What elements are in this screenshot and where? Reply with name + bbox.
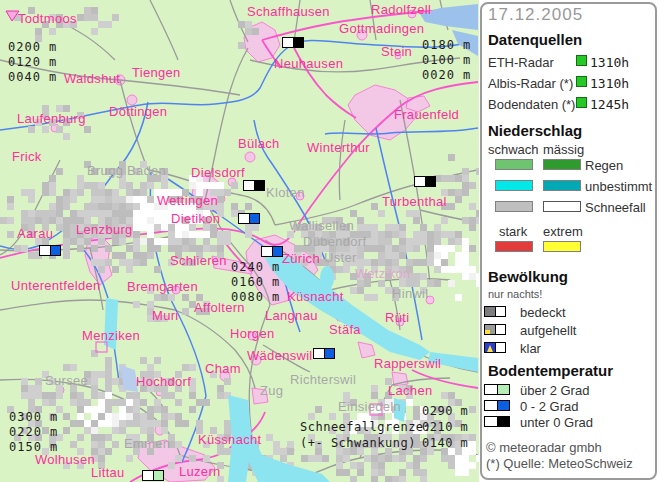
precip-label: Regen xyxy=(585,158,623,173)
city-label-schaffhausen: Schaffhausen xyxy=(247,5,330,18)
city-label-z-rich: Zürich xyxy=(282,252,320,265)
precip-swatch-regen-schwach xyxy=(495,159,533,170)
city-label-b-lach: Bülach xyxy=(238,137,280,150)
extrem-label: extrem xyxy=(543,224,583,239)
city-label-aarau: Aarau xyxy=(17,227,53,240)
city-label-r-ti: Rüti xyxy=(385,311,409,324)
precipitation-map: TodtmoosSchaffhausenRadolfzellGottmading… xyxy=(0,0,479,482)
precip-label: unbestimmt xyxy=(585,179,652,194)
col-schwach: schwach xyxy=(488,142,539,157)
status-square xyxy=(576,76,587,87)
cloud-icon-klar xyxy=(484,342,506,353)
city-label-laufenburg: Laufenburg xyxy=(17,112,86,125)
height-value: 0240 m xyxy=(231,261,280,273)
city-label-bremgarten: Bremgarten xyxy=(127,280,198,293)
snowline-row: Schneefallgrenze:0210 m xyxy=(300,419,468,435)
precip-swatch-extrem xyxy=(543,241,581,252)
city-label-d-bendorf: Dübendorf xyxy=(303,235,366,248)
city-label-lenzburg: Lenzburg xyxy=(76,223,133,236)
city-label-k-ssnacht: Küssnacht xyxy=(198,433,261,446)
source-label: Albis-Radar (*) xyxy=(488,76,573,91)
city-label-hinwil: Hinwil xyxy=(392,287,428,300)
city-label-gottmadingen: Gottmadingen xyxy=(339,22,424,35)
height-value: 0220 m xyxy=(9,426,58,438)
city-label-tiengen: Tiengen xyxy=(132,66,181,79)
height-value: 0180 m xyxy=(422,39,471,51)
source-line: (*) Quelle: MeteoSchweiz xyxy=(486,456,633,471)
city-label-kloten: Kloten xyxy=(266,186,305,199)
station-icon xyxy=(243,180,265,191)
city-label-richterswil: Richterswil xyxy=(290,373,356,386)
bodentemperatur-title: Bodentemperatur xyxy=(488,362,613,379)
snowline-value-bottom: 0140 m xyxy=(422,436,468,450)
station-icon xyxy=(39,245,61,256)
height-value: 0020 m xyxy=(422,69,471,81)
source-label: Bodendaten (*) xyxy=(488,97,575,112)
city-label-littau: Littau xyxy=(91,466,125,479)
source-time: 1310h xyxy=(590,76,629,91)
city-label-wallisellen: Wallisellen xyxy=(289,219,354,232)
city-label-wettingen: Wettingen xyxy=(157,194,218,207)
status-square xyxy=(576,55,587,66)
datenquellen-title: Datenquellen xyxy=(488,31,582,48)
station-icon xyxy=(282,37,304,48)
city-label-hochdorf: Hochdorf xyxy=(136,375,191,388)
city-label-neuhausen: Neuhausen xyxy=(274,57,343,70)
snowline-value-top: 0290 m xyxy=(422,404,468,418)
copyright-line: © meteoradar gmbh xyxy=(486,440,602,455)
snowline-label-mid: Schneefallgrenze: xyxy=(300,419,422,435)
col-maessig: mässig xyxy=(543,142,584,157)
city-label-rapperswil: Rapperswil xyxy=(374,357,441,370)
station-icon xyxy=(261,246,283,257)
bewoelkung-note: nur nachts! xyxy=(488,288,542,300)
city-label-unterentfelden: Unterentfelden xyxy=(11,279,100,292)
height-value: 0150 m xyxy=(9,441,58,453)
city-label-turbenthal: Turbenthal xyxy=(382,195,447,208)
precip-label: Schneefall xyxy=(585,200,646,215)
cloud-icon-bedeckt xyxy=(484,306,506,317)
status-square xyxy=(576,97,587,108)
snowline-label-bottom: (+- Schwankung) xyxy=(300,435,422,451)
stark-label: stark xyxy=(499,224,527,239)
cloud-label: bedeckt xyxy=(520,305,566,320)
height-value: 0120 m xyxy=(8,56,57,68)
precip-swatch-unbestimmt-maessig xyxy=(543,180,581,191)
height-value: 0200 m xyxy=(8,41,57,53)
weather-map-app: TodtmoosSchaffhausenRadolfzellGottmading… xyxy=(0,0,659,482)
soil-icon-unter-0 xyxy=(484,416,510,427)
height-value: 0160 m xyxy=(231,276,280,288)
city-label-menziken: Menziken xyxy=(82,329,140,342)
cloud-icon-aufgehellt xyxy=(484,324,506,335)
source-time: 1245h xyxy=(590,97,629,112)
city-label-w-denswil: Wädenswil xyxy=(247,349,313,362)
station-icon xyxy=(238,213,260,224)
city-label-waldshut: Waldshut xyxy=(64,72,120,85)
city-label-d-ttingen: Döttingen xyxy=(109,105,167,118)
snowline-row: 0290 m xyxy=(300,403,468,419)
station-icon xyxy=(414,176,436,187)
city-label-frick: Frick xyxy=(12,150,42,163)
source-time: 1310h xyxy=(590,55,629,70)
city-label-frauenfeld: Frauenfeld xyxy=(394,108,459,121)
city-label-winterthur: Winterthur xyxy=(307,141,370,154)
city-label-cham: Cham xyxy=(205,362,241,375)
height-value: 0300 m xyxy=(9,411,58,423)
city-label-sursee: Sursee xyxy=(45,374,88,387)
city-label-horgen: Horgen xyxy=(230,327,274,340)
snowline-value-mid: 0210 m xyxy=(422,420,468,434)
city-label-k-snacht: Küsnacht xyxy=(287,290,344,303)
city-label-stein: Stein xyxy=(381,45,412,58)
precip-swatch-stark xyxy=(495,241,533,252)
city-label-baden: Baden xyxy=(127,164,166,177)
legend-panel: 17.12.2005 Datenquellen ETH-Radar 1310h … xyxy=(479,0,659,482)
city-label-langnau: Langnau xyxy=(265,309,318,322)
cloud-label: klar xyxy=(520,341,541,356)
city-label-schlieren: Schlieren xyxy=(170,254,227,267)
snowline-legend: 0290 m Schneefallgrenze:0210 m (+- Schwa… xyxy=(300,403,468,451)
city-label-uster: Uster xyxy=(324,251,357,264)
snowline-row: (+- Schwankung)0140 m xyxy=(300,435,468,451)
precip-swatch-unbestimmt-schwach xyxy=(495,180,533,191)
height-value: 0080 m xyxy=(231,291,280,303)
height-value: 0040 m xyxy=(8,71,57,83)
precip-swatch-schneefall-schwach xyxy=(495,201,533,212)
